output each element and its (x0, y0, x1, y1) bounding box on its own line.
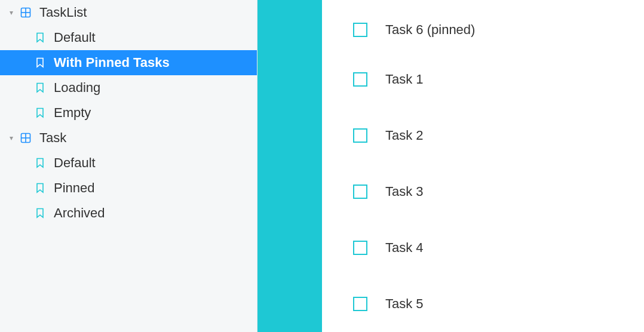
tree-group-task: ▾ Task Default (0, 125, 257, 226)
tree-label: Default (54, 30, 96, 45)
task-label: Task 1 (385, 72, 424, 87)
tree-label: With Pinned Tasks (54, 55, 170, 70)
tree-story-task-pinned[interactable]: Pinned (0, 176, 257, 201)
tree-label: Pinned (54, 180, 95, 196)
tree-label: Archived (54, 205, 105, 221)
tree-label: Empty (54, 105, 91, 121)
tree-story-with-pinned-tasks[interactable]: With Pinned Tasks (0, 50, 257, 75)
task-label: Task 5 (385, 296, 424, 312)
bookmark-icon (32, 158, 48, 168)
component-icon (18, 133, 33, 143)
checkbox[interactable] (353, 23, 367, 37)
tree-label: Loading (54, 80, 100, 96)
task-label: Task 6 (pinned) (385, 22, 475, 38)
bookmark-icon (32, 82, 48, 93)
tree-story-empty[interactable]: Empty (0, 100, 257, 125)
tree-component-task[interactable]: ▾ Task (0, 125, 257, 150)
tree-story-task-default[interactable]: Default (0, 150, 257, 176)
tree-story-task-archived[interactable]: Archived (0, 201, 257, 226)
task-label: Task 4 (385, 240, 424, 256)
bookmark-icon (32, 107, 48, 118)
tree-story-loading[interactable]: Loading (0, 75, 257, 100)
tree-label: Task (39, 130, 66, 146)
bookmark-icon (32, 183, 48, 193)
task-row[interactable]: Task 3 (322, 164, 644, 220)
tree-group-tasklist: ▾ TaskList Default (0, 0, 257, 125)
task-row[interactable]: Task 6 (pinned) (322, 8, 644, 51)
caret-down-icon: ▾ (7, 134, 16, 142)
checkbox[interactable] (353, 297, 367, 311)
story-canvas: Task 6 (pinned) Task 1 Task 2 Task 3 Tas… (322, 0, 644, 332)
checkbox[interactable] (353, 185, 367, 199)
tree-label: TaskList (39, 5, 87, 20)
bookmark-icon (32, 32, 48, 43)
checkbox[interactable] (353, 241, 367, 255)
task-label: Task 3 (385, 184, 424, 199)
canvas-background (257, 0, 322, 332)
tree-label: Default (54, 155, 96, 171)
task-label: Task 2 (385, 128, 424, 143)
tree-component-tasklist[interactable]: ▾ TaskList (0, 0, 257, 25)
component-icon (18, 7, 33, 18)
checkbox[interactable] (353, 72, 367, 87)
stories-sidebar: ▾ TaskList Default (0, 0, 257, 332)
task-row[interactable]: Task 5 (322, 276, 644, 332)
tree-story-default[interactable]: Default (0, 25, 257, 50)
task-row[interactable]: Task 4 (322, 220, 644, 276)
bookmark-icon (32, 57, 48, 68)
bookmark-icon (32, 208, 48, 219)
caret-down-icon: ▾ (7, 8, 16, 17)
task-row[interactable]: Task 1 (322, 51, 644, 107)
checkbox[interactable] (353, 128, 367, 143)
task-row[interactable]: Task 2 (322, 107, 644, 164)
